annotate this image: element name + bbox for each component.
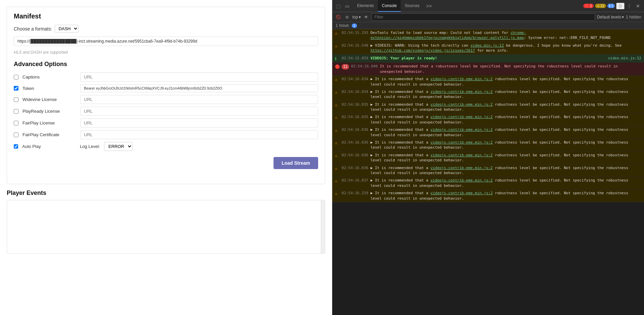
msg-text: ▶ It is recommended that a videojs-contr…: [370, 102, 641, 112]
tab-elements[interactable]: Elements: [353, 0, 378, 12]
token-checkbox[interactable]: [14, 86, 18, 91]
msg-timestamp: 02:54:16.034: [342, 76, 368, 82]
warn-icon: ⚠: [335, 153, 340, 159]
token-input[interactable]: [80, 84, 318, 92]
format-select[interactable]: DASH HLS: [55, 25, 79, 33]
msg-source[interactable]: video.min.js:12: [608, 56, 641, 61]
more-options-icon[interactable]: ⋮: [625, 2, 633, 10]
fairplay-input[interactable]: [80, 118, 318, 127]
msg-text: ▶ It is recommended that a videojs-contr…: [370, 165, 641, 176]
console-message: ⚠ 02:54:16.036 ▶ It is recommended that …: [332, 139, 644, 152]
option-row-captions: Captions: [14, 72, 318, 82]
fairplay-cert-checkbox[interactable]: [14, 133, 18, 137]
tab-console[interactable]: Console: [378, 0, 401, 12]
widevine-checkbox[interactable]: [14, 97, 18, 102]
warn-icon: ⚠: [335, 166, 340, 171]
warn-icon: ⚠: [335, 178, 340, 184]
autoplay-checkbox[interactable]: [14, 144, 18, 149]
source-link[interactable]: videojs-contrib-eme.min.js:2: [431, 90, 493, 94]
msg-timestamp: 02:54:16.035: [342, 102, 368, 107]
msg-text: ▶ It is recommended that a videojs-contr…: [370, 89, 641, 100]
msg-timestamp: 02:54:16.036: [342, 127, 368, 132]
source-link[interactable]: videojs-contrib-eme.min.js:2: [431, 140, 493, 145]
msg-timestamp: 02:54:15.548: [342, 43, 368, 48]
warn-icon: ⚠: [335, 140, 340, 146]
advanced-title: Advanced Options: [14, 61, 318, 68]
default-levels-button[interactable]: Default levels ▾: [597, 15, 624, 19]
info-icon: ℹ: [335, 56, 340, 62]
warn-icon: ⚠: [335, 115, 340, 120]
loglevel-select[interactable]: ERROR WARN INFO DEBUG: [104, 142, 133, 151]
source-link[interactable]: videojs-contrib-eme.min.js:2: [431, 115, 493, 119]
player-events-section: Player Events: [7, 190, 325, 254]
source-link[interactable]: chrome-extension://gighmmpiobbk1fepjocna…: [370, 31, 526, 40]
msg-text: ▶ It is recommended that a videojs-contr…: [370, 114, 641, 125]
console-message: ⚠ 02:54:16.035 ▶ It is recommended that …: [332, 101, 644, 114]
warn-icon: ⚠: [335, 90, 340, 95]
autoplay-label: Auto Play: [22, 144, 76, 149]
settings-icon[interactable]: ⚙: [616, 3, 625, 9]
top-context-dropdown[interactable]: top ▾: [352, 15, 361, 19]
inspect-icon[interactable]: ⬚: [334, 2, 342, 10]
msg-timestamp: 02:54:16.034: [342, 89, 368, 94]
option-row-fairplay-cert: FairPlay Certificate: [14, 130, 318, 139]
issues-badge: 1: [352, 23, 357, 28]
warn-icon: ⚠: [335, 31, 340, 36]
console-messages[interactable]: ⚠ 02:54:15.293 DevTools failed to load s…: [332, 29, 644, 315]
msg-timestamp: 02:54:16.035: [342, 114, 368, 119]
playready-input[interactable]: [80, 107, 318, 116]
console-toolbar: 🚫 ⊘ top ▾ 👁 Default levels ▾ 1 hidden: [332, 12, 644, 22]
loglevel-label: Log Level:: [80, 144, 100, 149]
msg-timestamp: 02:54:15.859: [342, 56, 368, 61]
load-stream-button[interactable]: Load Stream: [274, 157, 318, 169]
filter-input[interactable]: [371, 13, 595, 21]
tab-sources[interactable]: Sources: [401, 0, 424, 12]
device-icon[interactable]: ▭: [343, 2, 351, 10]
events-scrollbar[interactable]: [321, 200, 325, 253]
close-devtools-icon[interactable]: ✕: [634, 2, 642, 10]
source-link[interactable]: video.min.js:12: [470, 43, 504, 48]
msg-text: ▶ It is recommended that a videojs-contr…: [370, 191, 641, 201]
playready-checkbox[interactable]: [14, 109, 18, 114]
msg-timestamp: 02:54:16.040: [351, 64, 378, 69]
playready-label: PlayReady License: [22, 109, 76, 114]
console-message: ⚠ 02:54:16.036 ▶ It is recommended that …: [332, 126, 644, 139]
player-events-box[interactable]: [7, 200, 325, 254]
github-link[interactable]: https://github.com/videojs/video.js/issu…: [370, 48, 475, 53]
source-link[interactable]: videojs-contrib-eme.min.js:2: [431, 191, 493, 195]
block-icon[interactable]: ⊘: [344, 14, 350, 20]
msg-timestamp: 02:54:15.293: [342, 30, 368, 35]
source-link[interactable]: videojs-contrib-eme.min.js:2: [431, 127, 493, 132]
widevine-input[interactable]: [80, 95, 318, 104]
issues-bar: 1 Issue: 1: [332, 22, 644, 29]
console-message: ℹ 02:54:15.859 VIDEOJS: Your player is r…: [332, 55, 644, 63]
more-tabs-button[interactable]: >>: [424, 3, 434, 9]
source-link[interactable]: videojs-contrib-eme.min.js:2: [431, 102, 493, 107]
url-row: [14, 37, 318, 48]
source-link[interactable]: videojs-contrib-eme.min.js:2: [431, 178, 493, 182]
msg-timestamp: 02:54:16.259: [342, 191, 368, 196]
msg-text: ▶ It is recommended that a videojs-contr…: [370, 127, 641, 138]
captions-checkbox[interactable]: [14, 75, 18, 80]
manifest-url-input[interactable]: [14, 37, 318, 46]
fairplay-cert-input[interactable]: [80, 130, 318, 139]
warn-icon: ⚠: [335, 43, 340, 49]
source-link[interactable]: videojs-contrib-eme.min.js:2: [431, 77, 493, 81]
msg-timestamp: 02:54:16.036: [342, 140, 368, 145]
load-btn-row: Load Stream: [14, 157, 318, 169]
msg-text: VIDEOJS: Your player is ready!: [370, 56, 606, 61]
console-message: ⚠ 02:54:16.036 ▶ It is recommended that …: [332, 164, 644, 177]
option-row-widevine: Widevine License: [14, 95, 318, 104]
widevine-label: Widevine License: [22, 97, 76, 102]
fairplay-cert-label: FairPlay Certificate: [22, 132, 76, 137]
chevron-down-icon: ▾: [359, 15, 361, 19]
captions-input[interactable]: [80, 72, 318, 82]
console-message: ⚠ 02:54:16.036 ▶ It is recommended that …: [332, 152, 644, 164]
source-link[interactable]: videojs-contrib-eme.min.js:2: [431, 153, 493, 157]
clear-console-icon[interactable]: 🚫: [335, 14, 342, 20]
source-link[interactable]: videojs-contrib-eme.min.js:2: [431, 166, 493, 170]
fairplay-checkbox[interactable]: [14, 121, 18, 125]
msg-text: ▶ It is recommended that a videojs-contr…: [370, 140, 641, 150]
msg-timestamp: 02:54:16.036: [342, 153, 368, 158]
eye-icon[interactable]: 👁: [363, 14, 369, 20]
